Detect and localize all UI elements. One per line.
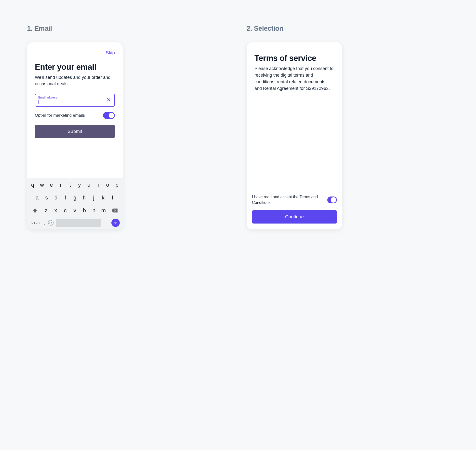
virtual-keyboard: qwertyuiop asdfghjkl zxcvbnm ?123 , [27, 178, 123, 229]
accept-label: I have read and accept the Terms and Con… [252, 194, 322, 205]
key-a[interactable]: a [32, 193, 42, 202]
key-f[interactable]: f [61, 193, 70, 202]
key-k[interactable]: k [98, 193, 108, 202]
key-d[interactable]: d [51, 193, 61, 202]
key-r[interactable]: r [56, 180, 66, 190]
email-title: Enter your email [35, 62, 115, 72]
continue-button[interactable]: Continue [252, 210, 337, 224]
svg-rect-0 [34, 213, 36, 213]
terms-title: Terms of service [254, 54, 334, 63]
key-c[interactable]: c [61, 206, 70, 215]
key-g[interactable]: g [70, 193, 79, 202]
period-key[interactable]: . [104, 220, 109, 225]
email-subtitle: We'll send updates and your order and oc… [35, 74, 115, 87]
optin-label: Opt-in for marketing emails [35, 113, 85, 118]
key-n[interactable]: n [89, 206, 99, 215]
terms-card: Terms of service Please acknowledge that… [247, 42, 342, 229]
emoji-key[interactable] [48, 220, 53, 225]
comma-key[interactable]: , [43, 221, 45, 225]
key-e[interactable]: e [47, 180, 56, 190]
key-v[interactable]: v [70, 206, 80, 215]
step-heading-selection: 2. Selection [247, 25, 449, 32]
key-p[interactable]: p [112, 180, 122, 190]
key-i[interactable]: i [93, 180, 103, 190]
key-u[interactable]: u [84, 180, 93, 190]
key-b[interactable]: b [79, 206, 89, 215]
email-input-label: Email address [38, 96, 106, 99]
accept-toggle[interactable] [327, 197, 337, 203]
email-input-container[interactable]: Email address [35, 94, 115, 107]
key-m[interactable]: m [99, 206, 108, 215]
submit-button[interactable]: Submit [35, 125, 115, 138]
backspace-key[interactable] [108, 208, 121, 213]
enter-key[interactable] [111, 219, 120, 227]
step-heading-email: 1. Email [27, 25, 229, 32]
key-s[interactable]: s [42, 193, 51, 202]
key-o[interactable]: o [103, 180, 112, 190]
key-z[interactable]: z [41, 206, 51, 215]
key-q[interactable]: q [28, 180, 37, 190]
key-t[interactable]: t [66, 180, 75, 190]
skip-link[interactable]: Skip [35, 50, 115, 56]
key-j[interactable]: j [89, 193, 98, 202]
space-key[interactable] [56, 219, 101, 227]
key-x[interactable]: x [51, 206, 61, 215]
key-w[interactable]: w [37, 180, 47, 190]
key-l[interactable]: l [108, 193, 117, 202]
email-card: Skip Enter your email We'll send updates… [27, 42, 123, 229]
shift-key[interactable] [29, 208, 41, 213]
numeric-key[interactable]: ?123 [30, 219, 41, 227]
key-h[interactable]: h [79, 193, 89, 202]
optin-toggle[interactable] [103, 112, 115, 119]
key-y[interactable]: y [75, 180, 84, 190]
clear-icon[interactable] [106, 97, 111, 104]
terms-description: Please acknowledge that you consent to r… [254, 65, 334, 92]
